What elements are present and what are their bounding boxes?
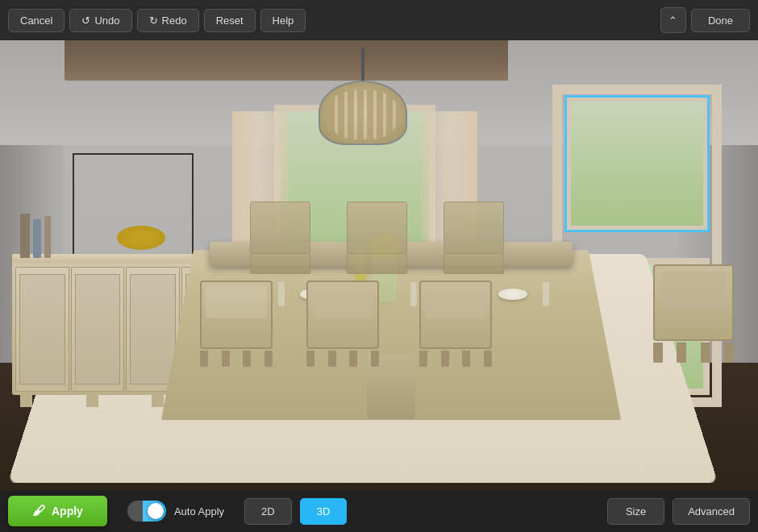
sideboard-leg-2 (86, 395, 98, 407)
auto-apply-area: Auto Apply (115, 501, 236, 522)
chair-back-center (347, 202, 407, 274)
glass-5 (543, 282, 549, 306)
undo-label: Undo (94, 15, 119, 27)
chandelier (319, 48, 407, 145)
size-button[interactable]: Size (607, 498, 664, 525)
fruit-bowl (117, 226, 165, 250)
undo-icon (81, 15, 90, 27)
collapse-button[interactable]: ⌃ (660, 7, 686, 33)
apply-button[interactable]: 🖌 Apply (8, 496, 107, 526)
help-button[interactable]: Help (260, 9, 306, 32)
cancel-button[interactable]: Cancel (8, 9, 65, 32)
chair-front-right (419, 281, 492, 367)
sideboard-leg-1 (20, 395, 32, 407)
glass-1 (278, 282, 285, 306)
door-glass-2 (75, 274, 121, 384)
undo-button[interactable]: Undo (69, 9, 131, 32)
glass-3 (410, 282, 417, 306)
bottom-bar: 🖌 Apply Auto Apply 2D 3D Size Advanced (0, 490, 758, 532)
chandelier-chain (361, 48, 364, 81)
apply-label: Apply (52, 505, 83, 517)
toggle-knob (148, 503, 164, 519)
toolbar-right-group: ⌃ Done (660, 7, 750, 33)
plate-5 (498, 289, 527, 300)
chair-far-right (653, 264, 734, 363)
chair-front-left (200, 281, 273, 367)
toolbar-left-group: Cancel Undo Redo Reset Help (8, 9, 306, 32)
scene-viewport (0, 40, 758, 492)
chair-back-right (444, 202, 504, 274)
advanced-button[interactable]: Advanced (673, 498, 750, 525)
redo-button[interactable]: Redo (137, 9, 199, 32)
door-glass-1 (19, 274, 65, 384)
book-1 (20, 214, 30, 258)
sideboard-decor (20, 206, 93, 258)
chandelier-body (319, 81, 407, 145)
sideboard-door-1 (15, 267, 69, 392)
view-3d-button[interactable]: 3D (300, 498, 348, 525)
sideboard-door-2 (71, 267, 125, 392)
auto-apply-toggle[interactable] (127, 501, 166, 522)
auto-apply-label: Auto Apply (174, 505, 224, 517)
done-button[interactable]: Done (691, 9, 750, 32)
view-2d-button[interactable]: 2D (244, 498, 292, 525)
book-3 (44, 216, 51, 258)
ceiling-beam-1 (65, 40, 323, 81)
brush-icon: 🖌 (32, 504, 45, 518)
toolbar: Cancel Undo Redo Reset Help ⌃ Done (0, 0, 758, 40)
redo-icon (149, 15, 158, 27)
chair-back-left (250, 202, 310, 274)
redo-label: Redo (162, 15, 187, 27)
reset-button[interactable]: Reset (204, 9, 256, 32)
book-2 (33, 219, 41, 258)
chair-front-center (306, 281, 379, 367)
